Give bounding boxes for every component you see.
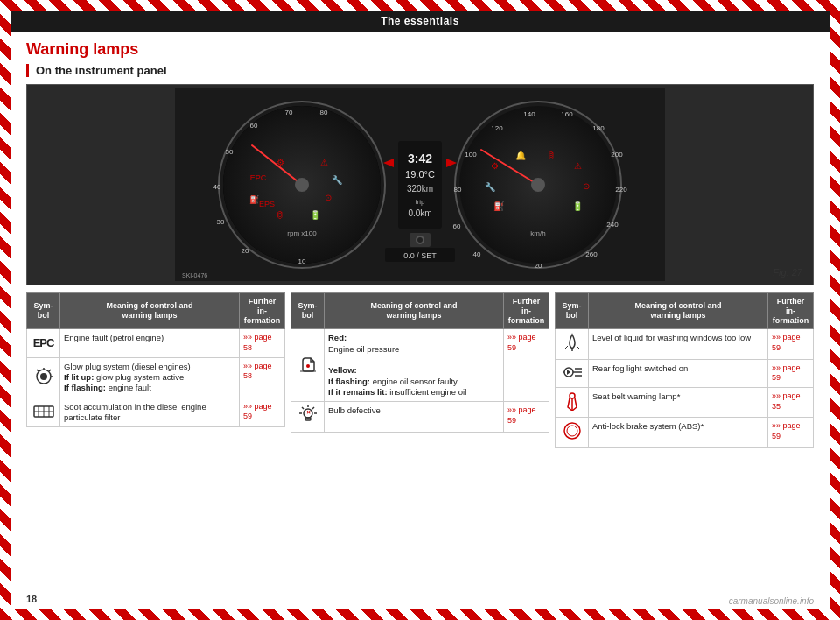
table-row: Rear fog light switched on »» page59 [556,359,814,387]
th-meaning-3: Meaning of control andwarning lamps [589,293,768,329]
svg-marker-94 [567,370,570,375]
meaning-oil: Red:Engine oil pressure Yellow: If flash… [325,329,504,402]
th-meaning-2: Meaning of control andwarning lamps [325,293,504,329]
svg-line-82 [312,407,314,409]
instrument-panel: 10 20 30 40 50 60 70 80 rpm x100 EPC [26,84,814,285]
svg-text:🛢: 🛢 [276,210,284,220]
symbol-soot [27,398,60,427]
svg-point-95 [570,393,575,398]
symbol-washer [556,329,589,359]
header-bar: The essentials [10,11,830,32]
svg-text:🛢: 🛢 [547,151,556,160]
seatbelt-icon [563,391,582,411]
svg-text:40: 40 [214,183,221,191]
tables-container: Sym-bol Meaning of control andwarning la… [26,292,814,448]
svg-point-98 [567,426,578,436]
th-meaning-1: Meaning of control andwarning lamps [60,293,240,329]
svg-text:80: 80 [454,186,462,194]
svg-text:80: 80 [320,109,328,116]
symbol-glow [27,357,60,398]
symbol-seatbelt [556,388,589,418]
svg-line-87 [577,346,579,349]
meaning-bulb: Bulb defective [325,402,504,432]
table-row: Seat belt warning lamp* »» page35 [556,388,814,418]
svg-text:120: 120 [491,124,503,132]
svg-text:🔔: 🔔 [515,150,527,161]
svg-point-75 [306,364,310,368]
meaning-seatbelt: Seat belt warning lamp* [589,388,768,418]
further-seatbelt: »» page35 [768,388,814,418]
th-further-2: Further in-formation [504,293,550,329]
warning-table-2: Sym-bol Meaning of control andwarning la… [290,292,550,433]
svg-text:0.0 / SET: 0.0 / SET [403,251,437,260]
abs-icon [562,421,583,440]
instrument-svg: 10 20 30 40 50 60 70 80 rpm x100 EPC [175,88,665,281]
svg-text:20: 20 [242,247,249,255]
further-fog: »» page59 [768,359,814,387]
meaning-fog: Rear fog light switched on [589,359,768,387]
svg-text:trip: trip [415,198,425,206]
warning-table-3: Sym-bol Meaning of control andwarning la… [555,292,814,448]
content-area: Warning lamps On the instrument panel [10,32,830,457]
svg-text:⊙: ⊙ [325,193,332,202]
svg-text:⚠: ⚠ [574,161,582,171]
glow-plug-icon [33,366,54,387]
symbol-epc: EPC [27,329,60,357]
table-row: Level of liquid for washing windows too … [556,329,814,359]
svg-point-49 [531,178,545,192]
further-abs: »» page59 [768,418,814,447]
symbol-abs [556,418,589,447]
svg-line-66 [49,370,51,371]
soot-icon [33,402,54,419]
svg-text:EPS: EPS [259,200,275,208]
header-title: The essentials [381,15,459,27]
page-number: 18 [26,594,37,604]
meaning-soot: Soot accumulation in the diesel engine p… [60,398,240,427]
subsection-title: On the instrument panel [26,64,814,77]
svg-point-14 [295,178,309,192]
further-washer: »» page59 [768,329,814,359]
svg-text:🔧: 🔧 [485,181,496,193]
svg-text:320km: 320km [407,184,433,194]
symbol-fog [556,359,589,387]
svg-text:🔧: 🔧 [332,174,343,186]
svg-text:60: 60 [250,122,258,130]
meaning-glow: Glow plug system (diesel engines)If lit … [60,357,240,398]
th-further-1: Further in-formation [240,293,285,329]
svg-text:10: 10 [298,257,306,265]
meaning-epc: Engine fault (petrol engine) [60,329,240,357]
th-symbol-3: Sym-bol [556,293,589,329]
svg-text:⊙: ⊙ [583,181,590,191]
svg-text:✕: ✕ [305,410,310,415]
svg-text:60: 60 [453,222,461,230]
svg-text:50: 50 [226,148,234,156]
svg-text:20: 20 [535,262,542,270]
further-soot: »» page59 [240,398,285,427]
svg-text:200: 200 [611,151,623,159]
svg-text:40: 40 [473,250,481,258]
svg-text:EPC: EPC [250,173,267,182]
table-row: Soot accumulation in the diesel engine p… [27,398,285,427]
symbol-oil [291,329,325,402]
further-bulb: »» page59 [504,402,550,432]
further-oil: »» page59 [504,329,550,402]
table-row: Red:Engine oil pressure Yellow: If flash… [291,329,550,402]
svg-text:⚙: ⚙ [276,158,284,167]
svg-point-69 [40,373,47,380]
svg-text:19.0°C: 19.0°C [405,169,435,180]
bulb-icon: ✕ [298,405,318,425]
table-section-3: Sym-bol Meaning of control andwarning la… [555,292,814,448]
svg-text:🔋: 🔋 [572,201,584,212]
th-further-3: Further in-formation [768,293,814,329]
table-row: EPC Engine fault (petrol engine) »» page… [27,329,285,357]
svg-text:160: 160 [561,110,573,118]
svg-line-86 [565,346,568,349]
svg-text:0.0km: 0.0km [408,208,431,218]
oil-can-icon [298,354,318,375]
further-glow: »» page58 [240,357,285,398]
svg-text:rpm x100: rpm x100 [287,229,317,237]
fog-light-icon [562,363,583,381]
svg-text:30: 30 [217,218,225,226]
svg-text:3:42: 3:42 [408,151,432,166]
further-epc: »» page58 [240,329,285,357]
